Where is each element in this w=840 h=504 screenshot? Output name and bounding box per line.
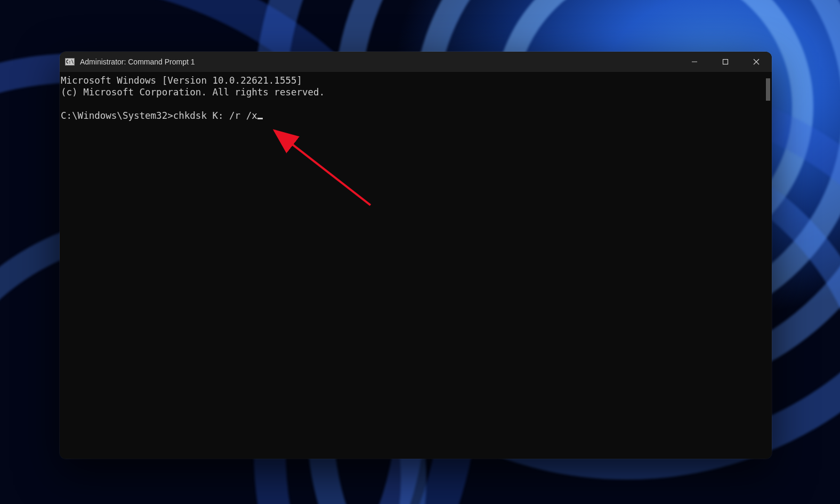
maximize-button[interactable] — [710, 52, 741, 72]
window-controls — [679, 52, 772, 72]
svg-rect-1 — [723, 60, 728, 64]
close-button[interactable] — [741, 52, 772, 72]
text-cursor — [257, 118, 263, 119]
copyright-line: (c) Microsoft Corporation. All rights re… — [61, 87, 325, 97]
prompt-text: C:\Windows\System32> — [61, 110, 173, 121]
minimize-icon — [691, 59, 698, 65]
command-input[interactable]: chkdsk K: /r /x — [173, 110, 257, 121]
close-icon — [753, 59, 760, 65]
maximize-icon — [722, 59, 729, 65]
command-prompt-window: C:\ Administrator: Command Prompt 1 Micr… — [60, 52, 772, 459]
scrollbar[interactable] — [764, 72, 772, 459]
cmd-icon: C:\ — [65, 58, 75, 66]
window-title: Administrator: Command Prompt 1 — [80, 58, 195, 66]
window-titlebar[interactable]: C:\ Administrator: Command Prompt 1 — [60, 52, 772, 72]
scrollbar-thumb[interactable] — [766, 78, 770, 101]
minimize-button[interactable] — [679, 52, 710, 72]
terminal-output: Microsoft Windows [Version 10.0.22621.15… — [60, 75, 772, 122]
version-line: Microsoft Windows [Version 10.0.22621.15… — [61, 75, 302, 86]
terminal-body[interactable]: Microsoft Windows [Version 10.0.22621.15… — [60, 72, 772, 459]
